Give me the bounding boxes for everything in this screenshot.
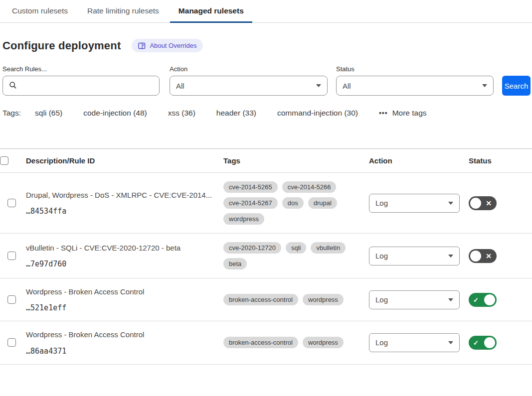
- ruleset-tabbar: Custom rulesets Rate limiting rulesets M…: [0, 0, 532, 23]
- rule-action-value: Log: [375, 338, 388, 347]
- table-header-row: Description/Rule ID Tags Action Status: [0, 149, 532, 173]
- row-checkbox[interactable]: [7, 252, 16, 260]
- rule-action-select[interactable]: Log: [369, 247, 460, 265]
- rule-id: …84534ffa: [26, 207, 223, 216]
- rule-tag-pill: cve-2014-5266: [282, 181, 337, 193]
- row-checkbox[interactable]: [7, 338, 16, 347]
- rule-tag-pill: cve-2014-5265: [223, 181, 278, 193]
- rule-tag-pill: broken-access-control: [223, 294, 298, 305]
- toggle-knob: [484, 337, 495, 348]
- tag-filter-link[interactable]: code-injection (48): [83, 109, 147, 118]
- chevron-down-icon: [448, 255, 453, 258]
- tab-custom-rulesets[interactable]: Custom rulesets: [3, 0, 76, 23]
- status-filter-label: Status: [336, 65, 494, 73]
- rule-description: Wordpress - Broken Access Control: [26, 330, 223, 340]
- tags-bar-label: Tags:: [2, 109, 21, 118]
- rule-tag-pill: wordpress: [223, 213, 264, 225]
- rule-action-value: Log: [375, 295, 388, 304]
- table-row: Drupal, Wordpress - DoS - XMLRPC - CVE:C…: [0, 173, 532, 234]
- chevron-down-icon: [316, 84, 321, 87]
- rule-tag-pill: vbulletin: [311, 242, 346, 254]
- search-icon: [9, 81, 17, 91]
- rule-description: Drupal, Wordpress - DoS - XMLRPC - CVE:C…: [26, 190, 223, 200]
- rule-action-select[interactable]: Log: [369, 290, 460, 309]
- rule-tag-pill: wordpress: [303, 294, 344, 305]
- action-filter-label: Action: [170, 65, 328, 73]
- action-filter-field: Action All: [170, 65, 328, 96]
- tab-managed-rulesets[interactable]: Managed rulesets: [170, 0, 252, 23]
- search-rules-input[interactable]: [21, 82, 153, 90]
- action-filter-select[interactable]: All: [170, 76, 328, 96]
- tags-bar-items: sqli (65)code-injection (48)xss (36)head…: [35, 109, 379, 118]
- search-button[interactable]: Search: [502, 76, 531, 96]
- rule-tags: broken-access-controlwordpress: [223, 328, 369, 357]
- more-tags-button[interactable]: ••• More tags: [379, 109, 427, 118]
- rule-tag-pill: drupal: [308, 197, 337, 209]
- tags-bar: Tags: sqli (65)code-injection (48)xss (3…: [0, 96, 532, 118]
- toggle-state-icon: ✓: [473, 339, 479, 346]
- row-checkbox[interactable]: [7, 295, 16, 304]
- rule-action-select[interactable]: Log: [369, 194, 460, 213]
- rule-id: …86aa4371: [26, 347, 223, 356]
- chevron-down-icon: [482, 84, 487, 87]
- rules-table: Description/Rule ID Tags Action Status D…: [0, 148, 532, 365]
- rule-tag-pill: sqli: [286, 242, 307, 254]
- column-header-description: Description/Rule ID: [26, 149, 223, 172]
- rule-action-value: Log: [375, 199, 388, 207]
- rule-tags: broken-access-controlwordpress: [223, 285, 369, 314]
- ellipsis-icon: •••: [379, 109, 388, 117]
- column-header-tags: Tags: [223, 149, 369, 172]
- rule-tag-pill: dos: [282, 197, 304, 209]
- chevron-down-icon: [448, 341, 453, 344]
- table-body: Drupal, Wordpress - DoS - XMLRPC - CVE:C…: [0, 173, 532, 365]
- rule-tags: cve-2014-5265cve-2014-5266cve-2014-5267d…: [223, 173, 369, 233]
- rule-description: vBulletin - SQLi - CVE:CVE-2020-12720 - …: [26, 243, 223, 253]
- rule-id: …7e97d760: [26, 260, 223, 268]
- rule-tags: cve-2020-12720sqlivbulletinbeta: [223, 234, 369, 278]
- book-icon: [138, 42, 146, 49]
- rule-tag-pill: wordpress: [303, 337, 344, 348]
- rule-status-toggle[interactable]: ✓: [469, 336, 497, 350]
- rule-action-select[interactable]: Log: [369, 333, 460, 352]
- search-rules-field: Search Rules...: [2, 65, 160, 96]
- chevron-down-icon: [448, 202, 453, 205]
- table-row: Wordpress - Broken Access Control …86aa4…: [0, 321, 532, 364]
- tab-rate-limiting-rulesets[interactable]: Rate limiting rulesets: [79, 0, 168, 23]
- rule-tag-pill: beta: [223, 258, 247, 269]
- tag-filter-link[interactable]: xss (36): [168, 109, 195, 118]
- rule-status-toggle[interactable]: ✕: [469, 249, 497, 263]
- chevron-down-icon: [448, 298, 453, 301]
- tag-filter-link[interactable]: command-injection (30): [277, 109, 358, 118]
- tag-filter-link[interactable]: sqli (65): [35, 109, 62, 118]
- filter-row: Search Rules... Action All Status All Se…: [0, 52, 532, 96]
- about-overrides-label: About Overrides: [150, 42, 196, 49]
- toggle-state-icon: ✕: [486, 253, 492, 260]
- rule-tag-pill: broken-access-control: [223, 337, 298, 348]
- select-all-checkbox[interactable]: [0, 156, 8, 165]
- rule-id: …521e1eff: [26, 303, 223, 312]
- page-title: Configure deployment: [2, 39, 121, 52]
- column-header-status: Status: [469, 149, 532, 172]
- rule-status-toggle[interactable]: ✓: [469, 293, 497, 307]
- rule-status-toggle[interactable]: ✕: [469, 196, 497, 210]
- status-filter-value: All: [343, 82, 351, 90]
- tag-filter-link[interactable]: header (33): [216, 109, 256, 118]
- row-checkbox[interactable]: [7, 199, 16, 207]
- rule-description: Wordpress - Broken Access Control: [26, 287, 223, 297]
- action-filter-value: All: [176, 82, 184, 90]
- rule-tag-pill: cve-2020-12720: [223, 242, 281, 254]
- heading-row: Configure deployment About Overrides: [0, 23, 532, 52]
- toggle-knob: [470, 198, 481, 209]
- toggle-state-icon: ✓: [473, 296, 479, 303]
- rule-action-value: Log: [375, 252, 388, 260]
- search-rules-label: Search Rules...: [2, 65, 160, 73]
- status-filter-field: Status All: [336, 65, 494, 96]
- status-filter-select[interactable]: All: [336, 76, 494, 96]
- toggle-state-icon: ✕: [486, 200, 492, 207]
- table-row: vBulletin - SQLi - CVE:CVE-2020-12720 - …: [0, 234, 532, 278]
- about-overrides-link[interactable]: About Overrides: [132, 39, 203, 52]
- rule-tag-pill: cve-2014-5267: [223, 197, 278, 209]
- more-tags-label: More tags: [392, 109, 427, 118]
- toggle-knob: [470, 251, 481, 262]
- table-row: Wordpress - Broken Access Control …521e1…: [0, 278, 532, 321]
